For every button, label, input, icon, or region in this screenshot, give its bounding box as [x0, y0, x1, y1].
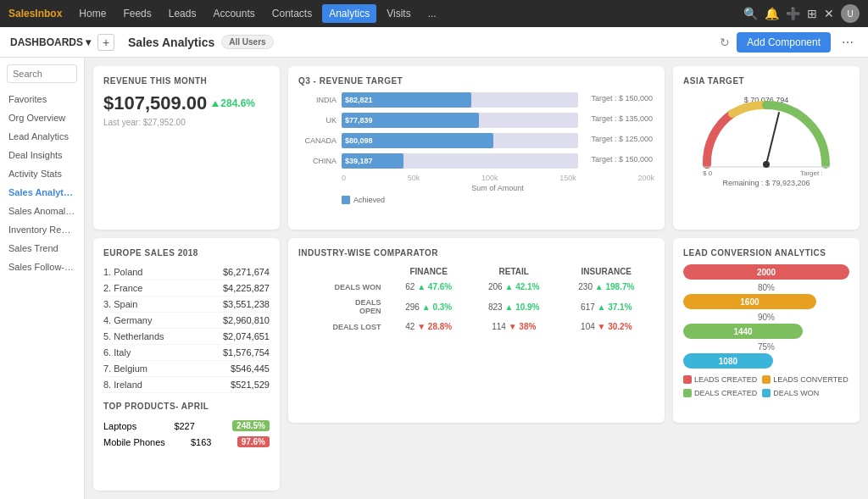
arrow-up-icon [212, 101, 219, 107]
top-products-section: TOP PRODUCTS- APRIL Laptops $227 248.5% … [103, 402, 270, 450]
sidebar-item-inventory-reports[interactable]: Inventory Reports [0, 220, 84, 239]
bar-1440: 1440 [683, 324, 803, 339]
legend-leads-converted: LEADS CONVERTED [762, 375, 848, 384]
grid-icon[interactable]: ⊞ [807, 7, 817, 20]
bar-2000: 2000 [683, 264, 849, 280]
all-users-badge[interactable]: All Users [221, 35, 273, 49]
col-header-retail: RETAIL [470, 264, 559, 279]
bar-1080: 1080 [683, 353, 773, 369]
more-options-button[interactable]: ⋯ [837, 32, 858, 53]
svg-line-1 [766, 113, 779, 164]
bell-icon[interactable]: 🔔 [765, 7, 779, 20]
nav-contacts[interactable]: Contacts [265, 4, 319, 23]
product-item-laptops: Laptops $227 248.5% [103, 418, 270, 434]
search-icon[interactable]: 🔍 [743, 7, 758, 20]
col-header-finance: FINANCE [388, 264, 470, 279]
svg-point-2 [763, 161, 770, 168]
sidebar-item-sales-followup[interactable]: Sales Follow-up T... [0, 258, 84, 276]
nav-more[interactable]: ... [421, 4, 443, 23]
nav-analytics[interactable]: Analytics [322, 4, 376, 23]
cell-retail-lost: 114 ▼ 38% [470, 319, 559, 335]
list-item: 6. Italy$1,576,754 [103, 345, 270, 361]
col-header-empty [298, 264, 388, 279]
add-component-button[interactable]: Add Component [737, 32, 831, 53]
list-item: 4. Germany$2,960,810 [103, 313, 270, 329]
table-row: DEALSOPEN 296 ▲ 0.3% 823 ▲ 10.9% 617 ▲ 3… [298, 295, 654, 319]
asia-title: ASIA TARGET [683, 76, 849, 86]
legend-text: Achieved [353, 196, 385, 204]
bar-label-india: INDIA [298, 96, 337, 104]
page-title: Sales Analytics All Users [128, 35, 274, 49]
nav-accounts[interactable]: Accounts [206, 4, 261, 23]
sidebar: Favorites Org Overview Lead Analytics De… [0, 58, 85, 499]
last-year-label: Last year: $27,952.00 [103, 118, 270, 127]
products-title: TOP PRODUCTS- APRIL [103, 402, 270, 411]
add-dashboard-button[interactable]: + [97, 34, 114, 51]
table-row: DEALS LOST 42 ▼ 28.8% 114 ▼ 38% 104 ▼ 30… [298, 319, 654, 335]
sidebar-item-sales-analytics[interactable]: Sales Analytics [0, 183, 84, 202]
x-axis-label: Sum of Amount [298, 184, 654, 192]
industry-comparator-card: INDUSTRY-WISE COMPARATOR FINANCE RETAIL … [288, 238, 665, 423]
lead-legend: LEADS CREATED LEADS CONVERTED DEALS CREA… [683, 375, 849, 397]
list-item: 8. Ireland$521,529 [103, 377, 270, 393]
revenue-pct: 284.6% [212, 97, 255, 109]
sidebar-item-activity-stats[interactable]: Activity Stats [0, 164, 84, 183]
bar-label-uk: UK [298, 116, 337, 125]
top-nav: SalesInbox Home Feeds Leads Accounts Con… [0, 0, 868, 27]
gauge-container: $ 70,076,794 $ 0 Target : $ [683, 92, 849, 187]
chart-legend: Achieved [298, 196, 654, 204]
cell-insurance-open: 617 ▲ 37.1% [559, 295, 654, 319]
q3-bar-chart: INDIA $82,821 Target : $ 150,000 UK [298, 92, 654, 169]
lead-bar-2000: 2000 [683, 264, 849, 280]
search-input[interactable] [7, 64, 77, 83]
product-badge-phones: 97.6% [237, 436, 270, 447]
lead-conversion-bars: 2000 80% 1600 90% 1440 75% 1080 [683, 264, 849, 369]
europe-list: 1. Poland$6,271,674 2. France$4,225,827 … [103, 264, 270, 393]
cell-retail-won: 206 ▲ 42.1% [470, 279, 559, 295]
row-label-deals-open: DEALSOPEN [298, 295, 388, 319]
sidebar-item-sales-trend[interactable]: Sales Trend [0, 239, 84, 258]
sidebar-item-org-overview[interactable]: Org Overview [0, 108, 84, 127]
sidebar-item-sales-anomalies[interactable]: Sales Anomalies [0, 202, 84, 220]
cell-insurance-lost: 104 ▼ 30.2% [559, 319, 654, 335]
gauge-svg: $ 70,076,794 $ 0 Target : $ [690, 92, 843, 177]
legend-dot-deals-won [762, 389, 771, 397]
logo: SalesInbox [8, 8, 62, 19]
legend-box [342, 196, 350, 204]
nav-visits[interactable]: Visits [380, 4, 417, 23]
list-item: 5. Netherlands$2,074,651 [103, 329, 270, 345]
close-icon[interactable]: ✕ [824, 7, 834, 20]
svg-text:Target :: Target : [800, 169, 823, 177]
main-layout: Favorites Org Overview Lead Analytics De… [0, 58, 868, 499]
europe-sales-card: EUROPE SALES 2018 1. Poland$6,271,674 2.… [93, 238, 280, 491]
list-item: 3. Spain$3,551,238 [103, 297, 270, 313]
refresh-icon[interactable]: ↻ [720, 36, 730, 49]
pct-75: 75% [683, 342, 849, 352]
revenue-amount: $107,509.00 284.6% [103, 92, 270, 114]
nav-home[interactable]: Home [72, 4, 113, 23]
cell-finance-open: 296 ▲ 0.3% [388, 295, 470, 319]
legend-dot-deals-created [683, 389, 692, 397]
revenue-card: REVENUE THIS MONTH $107,509.00 284.6% La… [93, 66, 280, 230]
legend-dot-leads-created [683, 375, 692, 384]
cell-finance-lost: 42 ▼ 28.8% [388, 319, 470, 335]
content-area: REVENUE THIS MONTH $107,509.00 284.6% La… [85, 58, 868, 499]
cell-finance-won: 62 ▲ 47.6% [388, 279, 470, 295]
legend-deals-won: DEALS WON [762, 389, 819, 397]
avatar[interactable]: U [841, 4, 860, 23]
sidebar-item-favorites[interactable]: Favorites [0, 90, 84, 108]
bar-row-china: CHINA $39,187 Target : $ 150,000 [298, 153, 578, 169]
nav-feeds[interactable]: Feeds [116, 4, 158, 23]
nav-leads[interactable]: Leads [162, 4, 203, 23]
q3-revenue-card: Q3 - REVENUE TARGET INDIA $82,821 Target… [288, 66, 665, 230]
sidebar-item-lead-analytics[interactable]: Lead Analytics [0, 127, 84, 146]
product-item-phones: Mobile Phones $163 97.6% [103, 434, 270, 450]
add-icon[interactable]: ➕ [786, 7, 800, 20]
dashboards-dropdown[interactable]: DASHBOARDS ▾ [10, 36, 91, 48]
lead-bar-1600: 1600 [683, 294, 849, 309]
sub-nav: DASHBOARDS ▾ + Sales Analytics All Users… [0, 27, 868, 58]
gauge-remaining: Remaining : $ 79,923,206 [722, 179, 810, 187]
bar-row-india: INDIA $82,821 Target : $ 150,000 [298, 92, 578, 108]
pct-90: 90% [683, 313, 849, 322]
sidebar-item-deal-insights[interactable]: Deal Insights [0, 146, 84, 164]
